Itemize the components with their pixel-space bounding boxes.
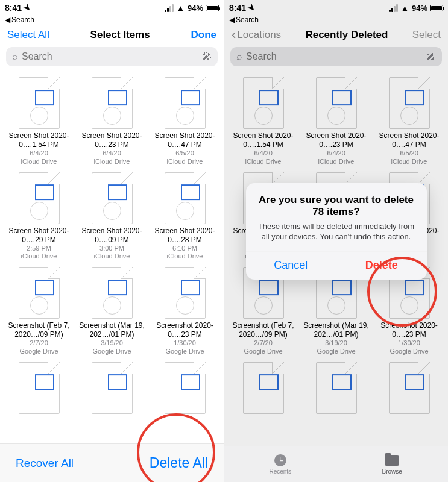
file-thumbnail: [316, 362, 357, 414]
file-item[interactable]: Screenshot (Feb 7, 2020…/09 PM)2/7/20Goo…: [2, 263, 75, 358]
file-location: iCloud Drive: [150, 252, 220, 261]
file-location: iCloud Drive: [4, 158, 74, 166]
file-name: Screen Shot 2020-0….47 PM: [150, 131, 220, 149]
search-input[interactable]: [246, 51, 423, 62]
file-location: Google Drive: [301, 348, 371, 356]
tab-browse[interactable]: Browse: [336, 446, 449, 482]
file-item[interactable]: [2, 358, 75, 419]
nav-title: Select Items: [90, 29, 150, 41]
file-item[interactable]: Screenshot (Mar 19, 202…/01 PM)3/19/20Go…: [75, 263, 148, 358]
file-thumbnail: [92, 77, 133, 129]
file-thumbnail: [165, 267, 206, 319]
file-item[interactable]: [75, 358, 148, 419]
file-item[interactable]: [227, 358, 300, 419]
file-item[interactable]: Screen Shot 2020-0….1.54 PM6/4/20iCloud …: [227, 74, 300, 169]
file-date: 6/5/20: [150, 149, 220, 158]
file-name: Screen Shot 2020-0….1.54 PM: [228, 131, 298, 149]
file-item[interactable]: Screen Shot 2020-0….47 PM6/5/20iCloud Dr…: [148, 74, 221, 169]
battery-pct: 94%: [412, 4, 427, 13]
wifi-icon: ︎▲: [176, 3, 185, 13]
file-thumbnail: [243, 362, 284, 414]
file-thumbnail: [92, 172, 133, 224]
file-date: 6/4/20: [4, 149, 74, 158]
file-date: 1/30/20: [374, 339, 444, 348]
file-item[interactable]: Screen Shot 2020-0….28 PM6:10 PMiCloud D…: [148, 169, 221, 264]
cellular-icon: [389, 4, 398, 12]
file-thumbnail: [316, 77, 357, 129]
folder-icon: [384, 454, 400, 467]
cellular-icon: [165, 4, 174, 12]
search-field[interactable]: ⌕ 🎤︎: [230, 47, 442, 66]
file-date: 1/30/20: [150, 339, 220, 348]
status-time: 8:41: [5, 3, 22, 13]
alert-title: Are you sure you want to delete 78 items…: [257, 194, 416, 218]
file-date: 2:59 PM: [4, 245, 74, 253]
back-button[interactable]: ‹Locations: [232, 29, 281, 41]
delete-all-button[interactable]: Delete All: [150, 455, 208, 471]
status-bar: 8:41➤ ︎▲ 94%: [0, 0, 224, 16]
file-item[interactable]: [373, 358, 446, 419]
file-item[interactable]: Screen Shot 2020-0….29 PM2:59 PMiCloud D…: [2, 169, 75, 264]
file-item[interactable]: Screen Shot 2020-0….1.54 PM6/4/20iCloud …: [2, 74, 75, 169]
back-breadcrumb[interactable]: ◀Search: [0, 16, 224, 25]
done-button[interactable]: Done: [191, 29, 216, 41]
confirm-delete-alert: Are you sure you want to delete 78 items…: [246, 183, 427, 280]
search-icon: ⌕: [236, 51, 242, 62]
file-item[interactable]: Screen Shot 2020-0….47 PM6/5/20iCloud Dr…: [373, 74, 446, 169]
file-location: iCloud Drive: [77, 158, 147, 166]
file-location: Google Drive: [4, 348, 74, 356]
tab-bar: Recents Browse: [224, 446, 448, 482]
file-location: Google Drive: [77, 348, 147, 356]
mic-icon[interactable]: 🎤︎: [426, 51, 436, 62]
file-date: 2/7/20: [228, 339, 298, 348]
file-location: iCloud Drive: [4, 252, 74, 261]
search-field[interactable]: ⌕ 🎤︎: [6, 47, 218, 66]
file-item[interactable]: Screen Shot 2020-0….09 PM3:00 PMiCloud D…: [75, 169, 148, 264]
file-thumbnail: [92, 267, 133, 319]
file-name: Screen Shot 2020-0….23 PM: [301, 131, 371, 149]
file-date: 3/19/20: [77, 339, 147, 348]
select-all-button[interactable]: Select All: [7, 29, 49, 41]
search-input[interactable]: [22, 51, 198, 62]
file-thumbnail: [19, 77, 60, 129]
recover-all-button[interactable]: Recover All: [16, 457, 74, 470]
alert-cancel-button[interactable]: Cancel: [246, 251, 336, 280]
tab-recents[interactable]: Recents: [224, 446, 336, 482]
mic-icon[interactable]: 🎤︎: [202, 51, 212, 62]
file-location: iCloud Drive: [150, 158, 220, 166]
wifi-icon: ︎▲: [400, 3, 409, 13]
file-name: Screen Shot 2020-0….47 PM: [374, 131, 444, 149]
file-name: Screen Shot 2020-0….28 PM: [150, 227, 220, 245]
file-name: Screenshot 2020-0….23 PM: [150, 321, 220, 339]
file-location: iCloud Drive: [374, 158, 444, 166]
file-location: Google Drive: [228, 348, 298, 356]
clock-icon: [273, 454, 288, 467]
battery-icon: [206, 5, 219, 11]
file-item[interactable]: Screen Shot 2020-0….23 PM6/4/20iCloud Dr…: [300, 74, 373, 169]
select-button[interactable]: Select: [412, 29, 441, 41]
file-name: Screen Shot 2020-0….29 PM: [4, 227, 74, 245]
file-name: Screenshot (Mar 19, 202…/01 PM): [301, 321, 371, 339]
file-name: Screen Shot 2020-0….09 PM: [77, 227, 147, 245]
nav-bar: ‹Locations Recently Deleted Select: [224, 25, 448, 47]
battery-pct: 94%: [188, 4, 203, 13]
file-item[interactable]: Screenshot 2020-0….23 PM1/30/20Google Dr…: [148, 263, 221, 358]
file-item[interactable]: [148, 358, 221, 419]
file-location: iCloud Drive: [301, 158, 371, 166]
alert-delete-button[interactable]: Delete: [336, 251, 427, 280]
file-thumbnail: [165, 362, 206, 414]
file-date: 6/4/20: [301, 149, 371, 158]
back-breadcrumb[interactable]: ◀Search: [224, 16, 448, 25]
file-thumbnail: [19, 362, 60, 414]
file-name: Screenshot (Feb 7, 2020…/09 PM): [228, 321, 298, 339]
battery-icon: [430, 5, 443, 11]
file-thumbnail: [92, 362, 133, 414]
file-date: 6/5/20: [374, 149, 444, 158]
file-name: Screenshot 2020-0….23 PM: [374, 321, 444, 339]
location-arrow-icon: ➤: [246, 2, 258, 14]
file-item[interactable]: Screen Shot 2020-0….23 PM6/4/20iCloud Dr…: [75, 74, 148, 169]
file-thumbnail: [243, 77, 284, 129]
file-name: Screen Shot 2020-0….23 PM: [77, 131, 147, 149]
file-name: Screen Shot 2020-0….1.54 PM: [4, 131, 74, 149]
file-item[interactable]: [300, 358, 373, 419]
